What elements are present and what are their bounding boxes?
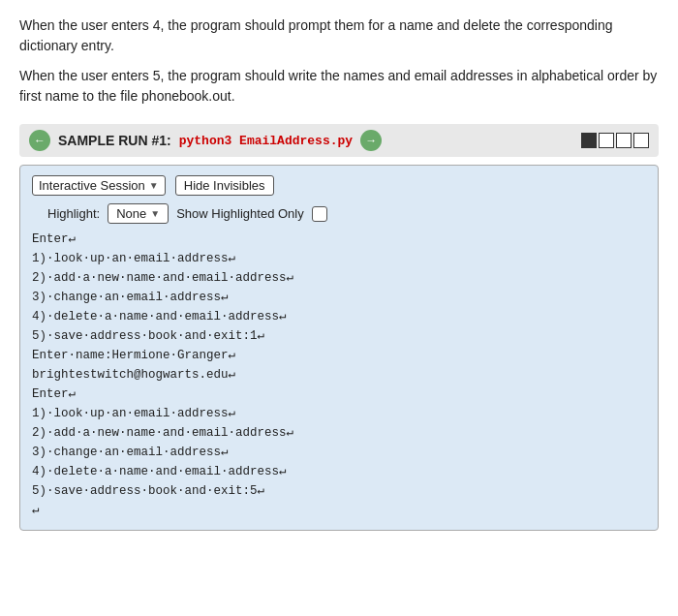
intro-para1: When the user enters 4, the program shou… — [19, 15, 659, 56]
highlight-dropdown[interactable]: None ▼ — [108, 203, 169, 224]
sample-run-label: SAMPLE RUN #1: — [58, 133, 171, 148]
terminal-line: Enter·name:Hermione·Granger↵ — [32, 346, 646, 365]
grid-cell-3 — [616, 133, 632, 148]
session-label: Interactive Session — [39, 178, 145, 193]
terminal-line: 1)·look·up·an·email·address↵ — [32, 249, 646, 268]
show-highlighted-checkbox[interactable] — [312, 206, 327, 222]
terminal-toolbar: Interactive Session ▼ Hide Invisibles — [32, 175, 646, 196]
show-highlighted-label: Show Highlighted Only — [176, 206, 304, 221]
session-dropdown-arrow-icon: ▼ — [149, 180, 159, 191]
terminal-line: 3)·change·an·email·address↵ — [32, 288, 646, 307]
terminal-line: 4)·delete·a·name·and·email·address↵ — [32, 462, 646, 481]
terminal-container: Interactive Session ▼ Hide Invisibles Hi… — [19, 165, 659, 531]
terminal-line: 4)·delete·a·name·and·email·address↵ — [32, 307, 646, 326]
grid-cell-2 — [599, 133, 614, 148]
sample-run-bar: ← SAMPLE RUN #1: python3 EmailAddress.py… — [19, 124, 659, 157]
progress-grid — [581, 133, 649, 148]
terminal-line: ↵ — [32, 501, 646, 520]
terminal-line: 3)·change·an·email·address↵ — [32, 443, 646, 462]
intro-para2: When the user enters 5, the program shou… — [19, 66, 659, 107]
session-dropdown[interactable]: Interactive Session ▼ — [32, 175, 166, 196]
right-arrow-icon: → — [365, 134, 377, 147]
highlight-label: Highlight: — [47, 206, 100, 221]
terminal-line: 2)·add·a·new·name·and·email·address↵ — [32, 268, 646, 288]
prev-sample-button[interactable]: ← — [29, 130, 50, 151]
next-sample-button[interactable]: → — [360, 130, 382, 151]
left-arrow-icon: ← — [34, 134, 46, 147]
sample-run-command: python3 EmailAddress.py — [179, 134, 353, 148]
terminal-line: 5)·save·address·book·and·exit:5↵ — [32, 481, 646, 501]
intro-text: When the user enters 4, the program shou… — [19, 15, 659, 107]
terminal-line: 2)·add·a·new·name·and·email·address↵ — [32, 423, 646, 443]
terminal-line: brightestwitch@hogwarts.edu↵ — [32, 365, 646, 385]
terminal-line: Enter↵ — [32, 230, 646, 249]
terminal-line: 5)·save·address·book·and·exit:1↵ — [32, 326, 646, 346]
terminal-line: Enter↵ — [32, 385, 646, 404]
highlight-value: None — [116, 206, 146, 221]
grid-cell-4 — [633, 133, 649, 148]
highlight-row: Highlight: None ▼ Show Highlighted Only — [32, 203, 646, 224]
terminal-line: 1)·look·up·an·email·address↵ — [32, 404, 646, 423]
terminal-output: Enter↵1)·look·up·an·email·address↵2)·add… — [32, 230, 646, 520]
hide-invisibles-button[interactable]: Hide Invisibles — [175, 175, 274, 196]
grid-cell-1 — [581, 133, 597, 148]
highlight-dropdown-arrow-icon: ▼ — [150, 208, 160, 219]
